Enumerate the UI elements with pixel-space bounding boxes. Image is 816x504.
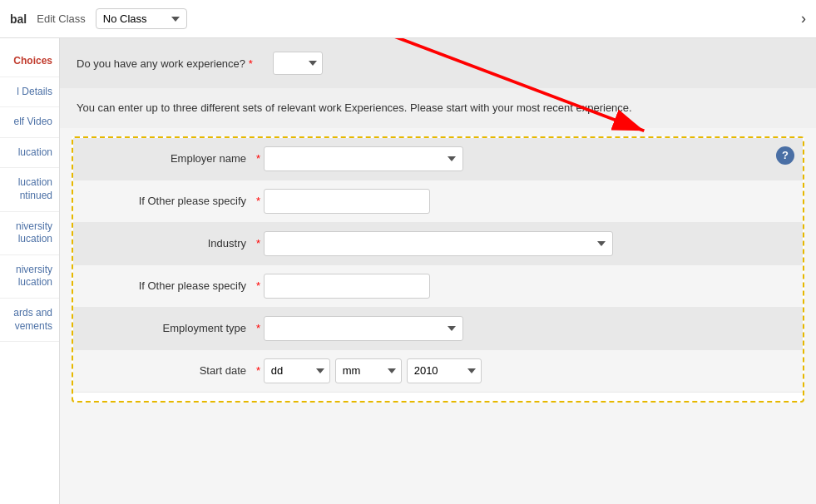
date-inputs: dd mm 2010 <box>264 358 482 383</box>
top-bar: bal Edit Class No Class › <box>0 0 816 38</box>
employer-other-row: If Other please specify * <box>73 180 803 223</box>
work-experience-select[interactable]: Yes No <box>273 52 323 75</box>
start-date-dd-select[interactable]: dd <box>264 358 330 383</box>
start-date-year-select[interactable]: 2010 <box>407 358 482 383</box>
employment-type-star: * <box>256 322 264 334</box>
employment-type-row: Employment type * <box>73 308 803 350</box>
sidebar-item-university-education2[interactable]: niversitylucation <box>0 255 59 299</box>
start-date-star: * <box>256 364 264 377</box>
sidebar-item-choices[interactable]: Choices <box>0 47 59 77</box>
edit-class-label: Edit Class <box>37 12 86 25</box>
employment-type-label: Employment type <box>90 322 256 334</box>
industry-required-star: * <box>256 237 264 250</box>
main-layout: Choices l Details elf Video lucation luc… <box>0 38 816 504</box>
work-experience-question-row: Do you have any work experience? * Yes N… <box>60 38 816 88</box>
sidebar-item-education-continued[interactable]: lucationntinued <box>0 168 59 211</box>
top-bar-arrow[interactable]: › <box>801 10 806 27</box>
sidebar: Choices l Details elf Video lucation luc… <box>0 38 60 504</box>
employer-name-row: Employer name * <box>73 138 803 180</box>
employer-other-star: * <box>256 195 264 207</box>
employer-name-label: Employer name <box>90 152 256 165</box>
sidebar-item-self-video[interactable]: elf Video <box>0 107 59 138</box>
start-date-label: Start date <box>90 364 256 377</box>
start-date-row: Start date * dd mm 2010 <box>73 350 803 393</box>
work-experience-label: Do you have any work experience? * <box>77 57 263 70</box>
industry-other-input[interactable] <box>264 274 430 299</box>
sidebar-item-university-education[interactable]: niversitylucation <box>0 212 59 255</box>
employer-other-label: If Other please specify <box>90 195 256 207</box>
employer-required-star: * <box>256 152 264 165</box>
content-area: Do you have any work experience? * Yes N… <box>60 38 816 504</box>
class-select[interactable]: No Class <box>96 8 187 29</box>
app-title: bal <box>10 12 27 26</box>
employer-other-input[interactable] <box>264 189 430 214</box>
help-icon[interactable]: ? <box>776 146 794 165</box>
industry-label: Industry <box>90 237 256 250</box>
industry-other-label: If Other please specify <box>90 279 256 292</box>
industry-other-star: * <box>256 279 264 292</box>
work-experience-info: You can enter up to three different sets… <box>60 88 816 128</box>
sidebar-item-education[interactable]: lucation <box>0 138 59 169</box>
start-date-mm-select[interactable]: mm <box>335 358 402 383</box>
employment-type-select[interactable] <box>264 316 463 341</box>
employer-name-select[interactable] <box>264 146 463 171</box>
sidebar-item-awards[interactable]: ards andvements <box>0 299 59 342</box>
work-experience-form-container: ? Employer name * If Othe <box>72 136 804 403</box>
sidebar-item-personal-details[interactable]: l Details <box>0 77 59 108</box>
industry-other-row: If Other please specify * <box>73 265 803 308</box>
required-star: * <box>249 57 253 70</box>
industry-select[interactable] <box>264 231 613 256</box>
industry-row: Industry * <box>73 223 803 265</box>
